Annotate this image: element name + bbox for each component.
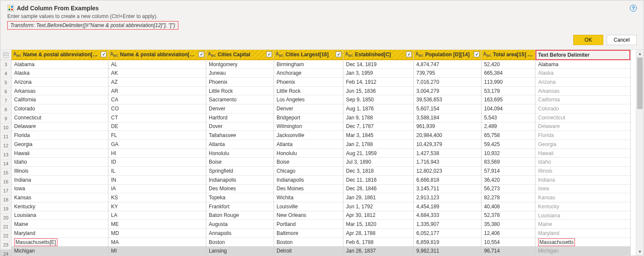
cell[interactable]: Hartford — [206, 113, 274, 122]
cell[interactable]: 113,990 — [481, 78, 535, 87]
cell[interactable]: Boise — [206, 158, 274, 167]
cell[interactable]: Sacramento — [206, 95, 274, 104]
row-number[interactable]: 3 — [0, 60, 12, 69]
cell[interactable]: Montgomery — [206, 60, 274, 69]
cell[interactable]: New Orleans — [274, 211, 343, 220]
column-header-est[interactable]: ABCEstablished[C]✓ — [343, 50, 413, 60]
example-cell[interactable]: Iowa — [536, 185, 630, 194]
cell[interactable]: IA — [108, 185, 206, 194]
cell[interactable]: Indianapolis — [206, 176, 274, 185]
cell[interactable]: Phoenix — [206, 78, 274, 87]
cell[interactable]: Connecticut — [12, 113, 108, 122]
cell[interactable]: Sep 9, 1850 — [343, 95, 413, 104]
cell[interactable]: 1,427,538 — [414, 149, 481, 158]
example-cell[interactable]: Colorado — [536, 104, 630, 113]
cell[interactable]: Des Moines — [206, 185, 274, 194]
cell[interactable]: 6,666,818 — [414, 176, 481, 185]
cell[interactable]: 3,588,184 — [414, 113, 481, 122]
cell[interactable]: Wilmington — [274, 122, 343, 131]
row-number[interactable]: 22 — [0, 232, 12, 241]
row-number[interactable]: 17 — [0, 186, 12, 195]
column-checkbox[interactable]: ✓ — [406, 52, 412, 57]
cell[interactable]: 57,914 — [481, 167, 535, 176]
cell[interactable]: Juneau — [206, 69, 274, 78]
cell[interactable]: 3,004,279 — [414, 87, 481, 96]
cell[interactable]: Boise — [274, 158, 343, 167]
cell[interactable]: 104,094 — [481, 104, 535, 113]
cell[interactable]: IN — [108, 176, 206, 185]
row-number[interactable]: 13 — [0, 150, 12, 159]
example-cell[interactable]: Arkansas — [536, 87, 630, 96]
cell[interactable]: Chicago — [274, 167, 343, 176]
cell[interactable]: Arkansas — [12, 87, 108, 96]
cell[interactable]: Little Rock — [206, 87, 274, 96]
cell[interactable]: Alabama — [12, 60, 108, 69]
help-icon[interactable]: ? — [630, 5, 637, 12]
cell[interactable]: Dec 28, 1846 — [343, 185, 413, 194]
example-cell[interactable]: Florida — [536, 131, 630, 140]
cell[interactable]: 5,607,154 — [414, 104, 481, 113]
cell[interactable]: AK — [108, 69, 206, 78]
cell[interactable]: ME — [108, 220, 206, 229]
cell[interactable]: Augusta — [206, 220, 274, 229]
cell[interactable]: Georgia — [12, 140, 108, 149]
cell[interactable]: Maryland — [12, 229, 108, 238]
cell[interactable]: 52,378 — [481, 211, 535, 220]
cell[interactable]: 5,543 — [481, 113, 535, 122]
cell[interactable]: AZ — [108, 78, 206, 87]
row-number[interactable]: 23 — [0, 241, 12, 250]
cell[interactable]: 83,569 — [481, 158, 535, 167]
cell[interactable]: 961,939 — [414, 122, 481, 131]
cell[interactable]: 12,406 — [481, 229, 535, 238]
column-checkbox[interactable]: ✓ — [336, 52, 341, 57]
cell[interactable]: Jan 26, 1837 — [343, 247, 413, 256]
cell[interactable]: Annapolis — [206, 229, 274, 238]
cell[interactable]: Massachusetts[E] — [12, 238, 108, 247]
example-cell[interactable]: Louisiana — [536, 211, 630, 220]
example-cell[interactable]: Georgia — [536, 140, 630, 149]
cell[interactable]: Feb 14, 1912 — [343, 78, 413, 87]
column-checkbox[interactable]: ✓ — [199, 52, 204, 57]
cell[interactable]: 20,984,400 — [414, 131, 481, 140]
cell[interactable]: 59,425 — [481, 140, 535, 149]
cell[interactable]: 665,384 — [481, 69, 535, 78]
cell[interactable]: 4,684,333 — [414, 211, 481, 220]
cell[interactable]: 52,420 — [481, 60, 535, 69]
cell[interactable]: Feb 6, 1788 — [343, 238, 413, 247]
row-number[interactable]: 10 — [0, 123, 12, 132]
cell[interactable]: Arizona — [12, 78, 108, 87]
cell[interactable]: 6,859,819 — [414, 238, 481, 247]
cell[interactable]: 35,380 — [481, 220, 535, 229]
cell[interactable]: CO — [108, 104, 206, 113]
row-number[interactable]: 14 — [0, 159, 12, 168]
cell[interactable]: Colorado — [12, 104, 108, 113]
column-header-area[interactable]: ABCTotal area[15] mi2 — [481, 50, 535, 60]
cell[interactable]: 53,179 — [481, 87, 535, 96]
row-number[interactable]: 19 — [0, 204, 12, 213]
cell[interactable]: Florida — [12, 131, 108, 140]
cell[interactable]: Maine — [12, 220, 108, 229]
column-header-cap[interactable]: ABCCities Capital✓ — [206, 50, 274, 60]
cell[interactable]: 96,714 — [481, 247, 535, 256]
cell[interactable]: Baltimore — [274, 229, 343, 238]
cell[interactable]: 10,932 — [481, 149, 535, 158]
example-cell[interactable]: California — [536, 96, 630, 105]
cell[interactable]: Delaware — [12, 122, 108, 131]
cell[interactable]: Illinois — [12, 167, 108, 176]
vertical-scrollbar[interactable]: ▲ ▼ — [636, 50, 644, 256]
column-checkbox[interactable]: ✓ — [474, 52, 479, 57]
cell[interactable]: Denver — [206, 104, 274, 113]
cell[interactable]: Jan 3, 1959 — [343, 69, 413, 78]
cell[interactable]: Honolulu — [206, 149, 274, 158]
cell[interactable]: KS — [108, 193, 206, 202]
cell[interactable]: Boston — [274, 238, 343, 247]
ok-button[interactable]: OK — [573, 35, 603, 45]
cell[interactable]: 10,429,379 — [414, 140, 481, 149]
row-number[interactable]: 24 — [0, 250, 12, 256]
scroll-up-icon[interactable]: ▲ — [636, 50, 644, 58]
example-cell[interactable]: Michigan — [536, 247, 630, 256]
cell[interactable]: Denver — [274, 104, 343, 113]
cell[interactable]: Jun 15, 1836 — [343, 87, 413, 96]
cell[interactable]: Jacksonville — [274, 131, 343, 140]
cell[interactable]: Dover — [206, 122, 274, 131]
